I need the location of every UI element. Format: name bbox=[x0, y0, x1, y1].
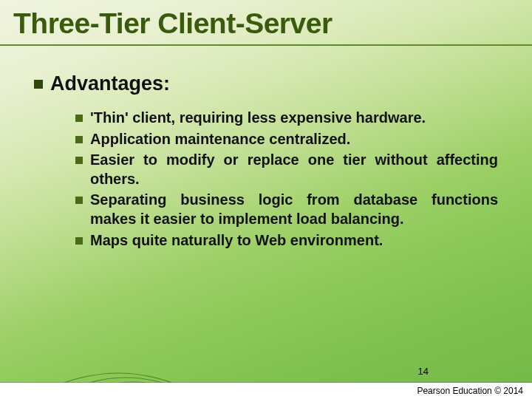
item-text: 'Thin' client, requiring less expensive … bbox=[90, 109, 498, 128]
item-text: Easier to modify or replace one tier wit… bbox=[90, 151, 498, 188]
list-item: Separating business logic from database … bbox=[75, 191, 498, 228]
list-item: 'Thin' client, requiring less expensive … bbox=[75, 109, 498, 128]
advantages-heading: Advantages: bbox=[50, 72, 170, 95]
bullet-small-icon bbox=[75, 237, 83, 245]
bullet-small-icon bbox=[75, 197, 83, 204]
item-text: Application maintenance centralized. bbox=[90, 130, 498, 149]
advantages-list: 'Thin' client, requiring less expensive … bbox=[75, 109, 498, 250]
slide-body: Advantages: 'Thin' client, requiring les… bbox=[34, 72, 498, 252]
bullet-small-icon bbox=[75, 157, 83, 164]
bullet-small-icon bbox=[75, 115, 83, 122]
item-text: Maps quite naturally to Web environment. bbox=[90, 231, 498, 250]
slide-title: Three-Tier Client-Server bbox=[13, 7, 332, 40]
bullet-small-icon bbox=[75, 136, 83, 143]
title-underline bbox=[0, 44, 532, 46]
bullet-square-icon bbox=[34, 80, 43, 89]
list-item: Application maintenance centralized. bbox=[75, 130, 498, 149]
item-text: Separating business logic from database … bbox=[90, 191, 498, 228]
list-item: Maps quite naturally to Web environment. bbox=[75, 231, 498, 250]
page-number: 14 bbox=[418, 366, 429, 377]
copyright-text: Pearson Education © 2014 bbox=[417, 386, 523, 396]
slide: Three-Tier Client-Server Advantages: 'Th… bbox=[0, 0, 532, 399]
list-item: Easier to modify or replace one tier wit… bbox=[75, 151, 498, 188]
heading-row: Advantages: bbox=[34, 72, 498, 95]
